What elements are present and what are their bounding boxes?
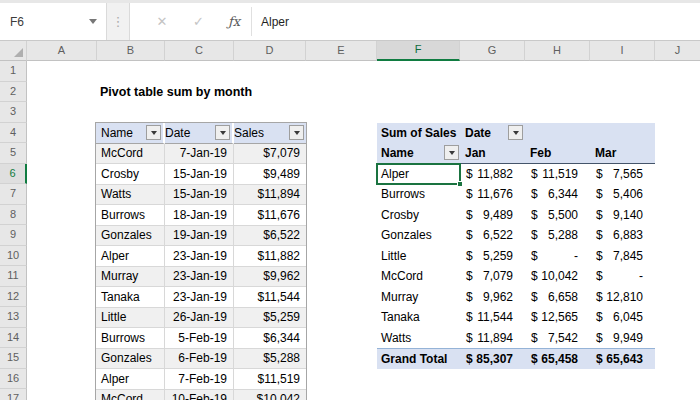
column-header-e[interactable]: E bbox=[306, 41, 377, 61]
pivot-cell-name[interactable]: Alper bbox=[377, 164, 460, 185]
fill-handle[interactable] bbox=[457, 181, 463, 187]
source-header-sales[interactable]: Sales bbox=[234, 123, 306, 144]
pivot-date-filter-dropdown[interactable] bbox=[508, 125, 523, 140]
column-header-j[interactable]: J bbox=[655, 41, 700, 61]
pivot-cell-mar[interactable]: $- bbox=[590, 266, 655, 287]
pivot-cell-jan[interactable]: $11,676 bbox=[460, 184, 525, 205]
grand-total-feb[interactable]: $65,458 bbox=[525, 349, 590, 369]
pivot-cell-mar[interactable]: $6,883 bbox=[590, 225, 655, 246]
cell-name[interactable]: McCord bbox=[96, 144, 165, 165]
cell-name[interactable]: Little bbox=[96, 308, 165, 329]
pivot-cell-mar[interactable]: $12,810 bbox=[590, 287, 655, 308]
cell-date[interactable]: 6-Feb-19 bbox=[165, 349, 234, 370]
pivot-cell-empty[interactable] bbox=[590, 123, 655, 144]
pivot-cell-jan[interactable]: $9,962 bbox=[460, 287, 525, 308]
pivot-cell-feb[interactable]: $6,344 bbox=[525, 184, 590, 205]
source-header-date[interactable]: Date bbox=[165, 123, 234, 144]
cell-sales[interactable]: $11,882 bbox=[234, 246, 306, 267]
pivot-name-filter-dropdown[interactable] bbox=[444, 145, 459, 160]
row-header-14[interactable]: 14 bbox=[0, 328, 27, 349]
grand-total-label[interactable]: Grand Total bbox=[377, 349, 460, 369]
row-header-10[interactable]: 10 bbox=[0, 246, 27, 267]
cell-sales[interactable]: $9,489 bbox=[234, 164, 306, 185]
filter-dropdown-date[interactable] bbox=[215, 125, 230, 140]
column-header-c[interactable]: C bbox=[165, 41, 234, 61]
cell-sales[interactable]: $11,544 bbox=[234, 287, 306, 308]
cell-name[interactable]: McCord bbox=[96, 390, 165, 400]
grand-total-jan[interactable]: $85,307 bbox=[460, 349, 525, 369]
pivot-cell-mar[interactable]: $5,406 bbox=[590, 184, 655, 205]
cell-name[interactable]: Burrows bbox=[96, 205, 165, 226]
row-header-8[interactable]: 8 bbox=[0, 205, 27, 226]
grand-total-mar[interactable]: $65,643 bbox=[590, 349, 655, 369]
pivot-month-header-feb[interactable]: Feb bbox=[525, 143, 590, 163]
pivot-cell-jan[interactable]: $11,882 bbox=[460, 164, 525, 185]
pivot-column-field-cell[interactable]: Date bbox=[460, 123, 525, 144]
row-header-11[interactable]: 11 bbox=[0, 266, 27, 287]
pivot-cell-jan[interactable]: $6,522 bbox=[460, 225, 525, 246]
pivot-value-label-cell[interactable]: Sum of Sales bbox=[377, 123, 460, 144]
pivot-cell-name[interactable]: Murray bbox=[377, 287, 460, 308]
pivot-cell-name[interactable]: Tanaka bbox=[377, 307, 460, 328]
cell-name[interactable]: Alper bbox=[96, 246, 165, 267]
row-header-6-selected[interactable]: 6 bbox=[0, 164, 27, 185]
row-header-17[interactable]: 17 bbox=[0, 389, 27, 400]
cell-sales[interactable]: $11,894 bbox=[234, 185, 306, 206]
pivot-cell-feb[interactable]: $- bbox=[525, 246, 590, 267]
pivot-month-header-mar[interactable]: Mar bbox=[590, 143, 655, 163]
pivot-cell-feb[interactable]: $5,500 bbox=[525, 205, 590, 226]
cell-sales[interactable]: $6,344 bbox=[234, 328, 306, 349]
pivot-cell-feb[interactable]: $12,565 bbox=[525, 307, 590, 328]
pivot-cell-mar[interactable]: $6,045 bbox=[590, 307, 655, 328]
formula-bar-input[interactable]: Alper bbox=[252, 3, 700, 40]
cell-sales[interactable]: $5,288 bbox=[234, 349, 306, 370]
cell-date[interactable]: 26-Jan-19 bbox=[165, 308, 234, 329]
pivot-cell-feb[interactable]: $10,042 bbox=[525, 266, 590, 287]
cancel-icon[interactable]: ✕ bbox=[144, 14, 180, 29]
pivot-cell-name[interactable]: Crosby bbox=[377, 205, 460, 226]
pivot-cell-name[interactable]: Gonzales bbox=[377, 225, 460, 246]
pivot-cell-jan[interactable]: $5,259 bbox=[460, 246, 525, 267]
row-header-9[interactable]: 9 bbox=[0, 225, 27, 246]
pivot-row-field-cell[interactable]: Name bbox=[377, 143, 460, 163]
pivot-cell-feb[interactable]: $7,542 bbox=[525, 328, 590, 349]
pivot-cell-feb[interactable]: $5,288 bbox=[525, 225, 590, 246]
pivot-cell-jan[interactable]: $7,079 bbox=[460, 266, 525, 287]
cell-sales[interactable]: $11,519 bbox=[234, 369, 306, 390]
page-title[interactable]: Pivot table sum by month bbox=[100, 82, 252, 103]
row-header-1[interactable]: 1 bbox=[0, 61, 27, 82]
column-header-a[interactable]: A bbox=[27, 41, 97, 61]
cell-sales[interactable]: $7,079 bbox=[234, 144, 306, 165]
row-header-3[interactable]: 3 bbox=[0, 102, 27, 123]
pivot-cell-name[interactable]: McCord bbox=[377, 266, 460, 287]
name-box-dropdown-icon[interactable] bbox=[89, 19, 97, 24]
column-header-g[interactable]: G bbox=[460, 41, 525, 61]
cell-date[interactable]: 18-Jan-19 bbox=[165, 205, 234, 226]
cell-date[interactable]: 7-Feb-19 bbox=[165, 369, 234, 390]
pivot-cell-mar[interactable]: $9,949 bbox=[590, 328, 655, 349]
pivot-cell-jan[interactable]: $9,489 bbox=[460, 205, 525, 226]
row-header-5[interactable]: 5 bbox=[0, 143, 27, 164]
cell-date[interactable]: 23-Jan-19 bbox=[165, 246, 234, 267]
row-header-16[interactable]: 16 bbox=[0, 369, 27, 390]
cell-sales[interactable]: $5,259 bbox=[234, 308, 306, 329]
pivot-cell-mar[interactable]: $7,845 bbox=[590, 246, 655, 267]
cell-name[interactable]: Murray bbox=[96, 267, 165, 288]
cell-name[interactable]: Gonzales bbox=[96, 349, 165, 370]
pivot-month-header-jan[interactable]: Jan bbox=[460, 143, 525, 163]
cell-date[interactable]: 15-Jan-19 bbox=[165, 185, 234, 206]
row-header-12[interactable]: 12 bbox=[0, 287, 27, 308]
select-all-corner[interactable] bbox=[0, 41, 27, 61]
column-header-h[interactable]: H bbox=[525, 41, 590, 61]
cell-name[interactable]: Alper bbox=[96, 369, 165, 390]
pivot-cell-name[interactable]: Burrows bbox=[377, 184, 460, 205]
name-box[interactable]: F6 bbox=[0, 3, 107, 40]
filter-dropdown-sales[interactable] bbox=[289, 125, 304, 140]
cell-date[interactable]: 5-Feb-19 bbox=[165, 328, 234, 349]
enter-icon[interactable]: ✓ bbox=[180, 14, 218, 29]
cell-date[interactable]: 15-Jan-19 bbox=[165, 164, 234, 185]
insert-function-icon[interactable]: ƒx bbox=[217, 14, 251, 29]
filter-dropdown-name[interactable] bbox=[146, 125, 161, 140]
cell-sales[interactable]: $6,522 bbox=[234, 226, 306, 247]
pivot-cell-feb[interactable]: $6,658 bbox=[525, 287, 590, 308]
